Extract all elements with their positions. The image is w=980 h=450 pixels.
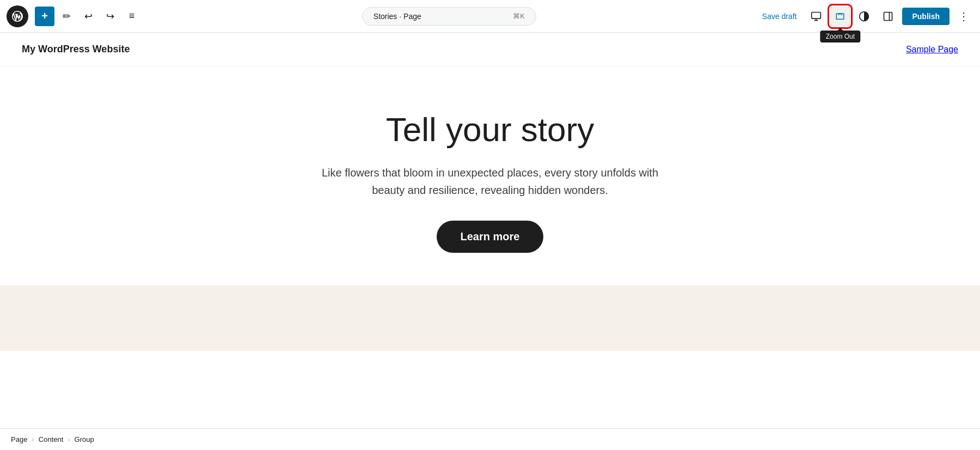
- search-shortcut: ⌘K: [513, 12, 525, 20]
- list-view-button[interactable]: ≡: [122, 7, 142, 26]
- zoom-out-icon: [835, 11, 845, 21]
- canvas: My WordPress Website Sample Page Tell yo…: [0, 33, 980, 428]
- breadcrumb-page: Page: [11, 435, 27, 443]
- contrast-icon: [859, 11, 869, 22]
- edit-icon: ✏: [63, 10, 71, 22]
- learn-more-button[interactable]: Learn more: [437, 221, 544, 253]
- page-wrapper: My WordPress Website Sample Page Tell yo…: [0, 33, 980, 428]
- breadcrumb-sep-1: ›: [32, 435, 34, 443]
- zoom-out-wrapper: Zoom Out: [830, 7, 850, 26]
- bottom-section: [0, 285, 980, 351]
- toolbar-center: Stories · Page ⌘K: [142, 7, 757, 26]
- more-icon: ⋮: [958, 10, 969, 23]
- breadcrumb-sep-2: ›: [68, 435, 70, 443]
- redo-button[interactable]: ↪: [100, 7, 120, 26]
- breadcrumb-group: Group: [75, 435, 94, 443]
- contrast-button[interactable]: [854, 7, 874, 26]
- nav-sample-page[interactable]: Sample Page: [906, 45, 958, 54]
- breadcrumb-content: Content: [39, 435, 64, 443]
- search-text: Stories · Page: [373, 12, 421, 21]
- svg-rect-5: [884, 12, 892, 20]
- desktop-icon: [811, 11, 822, 22]
- breadcrumb: Page › Content › Group: [0, 428, 980, 450]
- toolbar: + ✏ ↩ ↪ ≡ Stories · Page ⌘K Save draft: [0, 0, 980, 33]
- toolbar-right: Save draft Zoom Out: [757, 7, 973, 26]
- hero-title: Tell your story: [386, 110, 594, 149]
- redo-icon: ↪: [106, 10, 114, 22]
- undo-icon: ↩: [84, 10, 93, 22]
- list-view-icon: ≡: [129, 10, 135, 22]
- edit-button[interactable]: ✏: [57, 7, 76, 26]
- more-options-button[interactable]: ⋮: [954, 7, 973, 26]
- undo-button[interactable]: ↩: [78, 7, 98, 26]
- toolbar-left: + ✏ ↩ ↪ ≡: [7, 5, 142, 27]
- publish-button[interactable]: Publish: [902, 8, 950, 25]
- zoom-out-button[interactable]: [830, 7, 850, 26]
- view-desktop-button[interactable]: [806, 7, 826, 26]
- site-title: My WordPress Website: [22, 44, 130, 55]
- svg-rect-0: [812, 12, 821, 19]
- site-header: My WordPress Website Sample Page: [0, 33, 980, 66]
- sidebar-button[interactable]: [878, 7, 898, 26]
- sidebar-icon: [883, 11, 893, 22]
- search-bar[interactable]: Stories · Page ⌘K: [362, 7, 536, 26]
- add-block-button[interactable]: +: [35, 7, 54, 26]
- hero-description: Like flowers that bloom in unexpected pl…: [305, 164, 675, 199]
- site-nav: Sample Page: [906, 45, 958, 54]
- svg-rect-3: [837, 13, 844, 19]
- hero-section: Tell your story Like flowers that bloom …: [0, 66, 980, 285]
- wp-logo[interactable]: [7, 5, 28, 27]
- save-draft-button[interactable]: Save draft: [757, 9, 803, 24]
- wp-logo-icon: [11, 10, 24, 23]
